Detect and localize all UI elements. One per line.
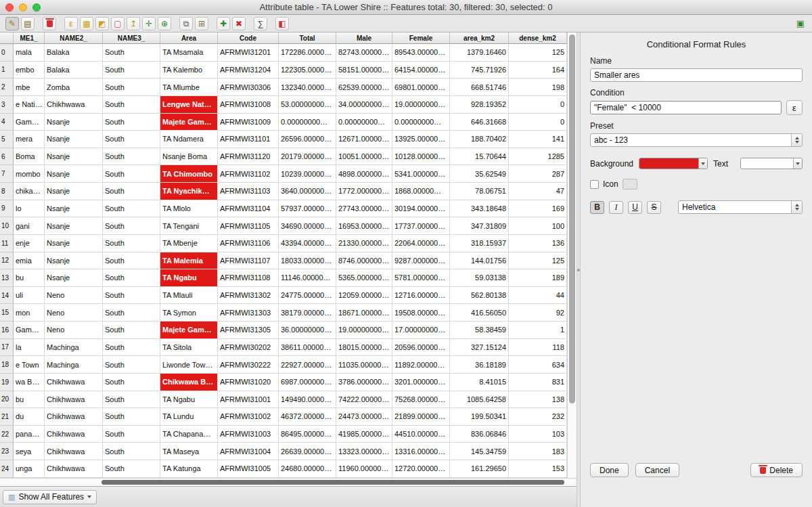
row-number[interactable]: 1 — [0, 62, 14, 79]
paste-icon[interactable]: ⊞ — [195, 17, 208, 30]
cell-code[interactable]: AFRMWI31101 — [218, 131, 279, 148]
zoom-to-selected-icon[interactable]: ⊕ — [158, 17, 171, 30]
cell-area_km2[interactable]: 161.29650 — [450, 460, 509, 478]
cell-area_km2[interactable]: 668.51746 — [450, 79, 509, 96]
minimize-button[interactable] — [19, 3, 27, 12]
cell-code[interactable]: AFRMWI31120 — [218, 148, 279, 166]
cell-name2[interactable]: Neno — [45, 287, 103, 305]
cell-male[interactable]: 58151.00000… — [336, 62, 392, 79]
cell-male[interactable]: 74222.00000… — [336, 391, 392, 409]
cell-total[interactable]: 10239.00000… — [279, 165, 336, 183]
text-color-picker[interactable] — [740, 158, 803, 169]
field-calculator-icon[interactable]: ∑ — [254, 17, 267, 30]
cell-name2[interactable]: Chikhwawa — [45, 391, 103, 409]
row-number[interactable]: 7 — [0, 165, 14, 183]
cell-code[interactable]: AFRMWI30222 — [218, 356, 279, 374]
cell-area[interactable]: TA Mlolo — [160, 200, 218, 218]
vertical-scrollbar-thumb[interactable] — [569, 35, 575, 403]
cell-total[interactable]: 53.00000000… — [279, 96, 336, 114]
select-all-icon[interactable]: ▦ — [80, 17, 93, 30]
bold-button[interactable]: B — [590, 201, 604, 214]
cell-area_km2[interactable]: 1379.16460 — [450, 44, 509, 62]
cell-area_km2[interactable]: 199.50341 — [450, 408, 509, 426]
cell-dense_km2[interactable]: 118 — [509, 339, 567, 357]
cell-name2[interactable]: Machinga — [45, 356, 103, 374]
cell-total[interactable]: 22927.00000… — [279, 356, 336, 374]
cell-area_km2[interactable]: 562.80138 — [450, 287, 509, 305]
cell-area_km2[interactable]: 144.01756 — [450, 252, 509, 270]
cell-dense_km2[interactable]: 169 — [509, 200, 567, 218]
cell-female[interactable]: 30194.00000… — [392, 200, 450, 218]
cell-name2[interactable]: Neno — [45, 304, 103, 322]
delete-field-icon[interactable]: ✖ — [232, 17, 246, 30]
cell-male[interactable]: 21330.00000… — [336, 235, 392, 252]
row-number[interactable]: 24 — [0, 460, 14, 478]
cell-area_km2[interactable]: 347.31809 — [450, 217, 509, 235]
cell-total[interactable]: 26596.00000… — [279, 131, 336, 148]
cell-name3[interactable]: South — [103, 426, 160, 443]
cell-name2[interactable]: Chikhwawa — [45, 443, 103, 460]
cell-area_km2[interactable]: 59.03138 — [450, 269, 509, 287]
cell-name2[interactable]: Machinga — [45, 339, 103, 357]
background-color-picker[interactable] — [639, 158, 708, 169]
cell-total[interactable]: 24775.00000… — [279, 287, 336, 305]
cell-dense_km2[interactable]: 92 — [509, 304, 567, 322]
column-header-male[interactable]: Male — [336, 32, 392, 44]
cell-male[interactable]: 5365.000000… — [336, 269, 392, 287]
cell-dense_km2[interactable]: 136 — [509, 235, 567, 252]
cell-female[interactable]: 22064.00000… — [392, 235, 450, 252]
cell-code[interactable]: AFRMWI31108 — [218, 269, 279, 287]
cell-area[interactable]: TA Nyachik… — [160, 183, 218, 200]
cell-code[interactable]: AFRMWI31303 — [218, 304, 279, 322]
row-number[interactable]: 6 — [0, 148, 14, 166]
cell-code[interactable]: AFRMWI31104 — [218, 200, 279, 218]
cell-code[interactable]: AFRMWI31105 — [218, 217, 279, 235]
cell-female[interactable]: 20596.00000… — [392, 339, 450, 357]
cell-area_km2[interactable]: 36.18189 — [450, 356, 509, 374]
cell-male[interactable]: 18671.00000… — [336, 304, 392, 322]
cell-name2[interactable]: Chikhwawa — [45, 426, 103, 443]
cell-name2[interactable]: Nsanje — [45, 131, 103, 148]
cell-area_km2[interactable]: 8.41015 — [450, 374, 509, 391]
feature-filter-button[interactable]: ▥ Show All Features — [3, 490, 97, 504]
cell-male[interactable]: 4898.000000… — [336, 165, 392, 183]
row-number[interactable]: 3 — [0, 96, 14, 114]
row-number[interactable]: 12 — [0, 252, 14, 270]
cell-male[interactable]: 3786.000000… — [336, 374, 392, 391]
cell-dense_km2[interactable]: 44 — [509, 287, 567, 305]
cell-total[interactable]: 18033.00000… — [279, 252, 336, 270]
cell-name3[interactable]: South — [103, 62, 160, 79]
icon-preview-swatch[interactable] — [623, 179, 637, 190]
cell-male[interactable]: 13323.00000… — [336, 443, 392, 460]
delete-rule-button[interactable]: Delete — [750, 463, 803, 477]
cell-name1[interactable]: e Nati… — [14, 96, 45, 114]
cell-dense_km2[interactable]: 831 — [509, 374, 567, 391]
cell-name3[interactable]: South — [103, 79, 160, 96]
pan-to-selected-icon[interactable]: ✛ — [142, 17, 156, 30]
cell-female[interactable]: 10128.00000… — [392, 148, 450, 166]
row-number[interactable]: 11 — [0, 235, 14, 252]
cell-area[interactable]: TA Katunga — [160, 460, 218, 478]
cell-name1[interactable]: mbe — [14, 79, 45, 96]
cell-area[interactable]: TA Lundu — [160, 408, 218, 426]
cell-area[interactable]: Majete Gam… — [160, 322, 218, 339]
font-select[interactable]: Helvetica — [678, 200, 803, 214]
cell-male[interactable]: 10051.00000… — [336, 148, 392, 166]
cell-area[interactable]: TA Mbenje — [160, 235, 218, 252]
cell-male[interactable]: 27743.00000… — [336, 200, 392, 218]
cell-name2[interactable]: Balaka — [45, 62, 103, 79]
cell-name3[interactable]: South — [103, 322, 160, 339]
cell-name1[interactable]: Gam… — [14, 114, 45, 131]
cell-male[interactable]: 41985.00000… — [336, 426, 392, 443]
cell-name1[interactable]: gani — [14, 217, 45, 235]
cell-name2[interactable]: Nsanje — [45, 200, 103, 218]
cell-name3[interactable]: South — [103, 200, 160, 218]
cell-female[interactable]: 5781.000000… — [392, 269, 450, 287]
cell-dense_km2[interactable]: 125 — [509, 252, 567, 270]
cell-name1[interactable]: lo — [14, 200, 45, 218]
cell-name2[interactable]: Chikhwawa — [45, 374, 103, 391]
cell-area[interactable]: TA Mlumbe — [160, 79, 218, 96]
cell-male[interactable]: 18015.00000… — [336, 339, 392, 357]
done-button[interactable]: Done — [590, 463, 629, 477]
cell-dense_km2[interactable]: 0 — [509, 96, 567, 114]
